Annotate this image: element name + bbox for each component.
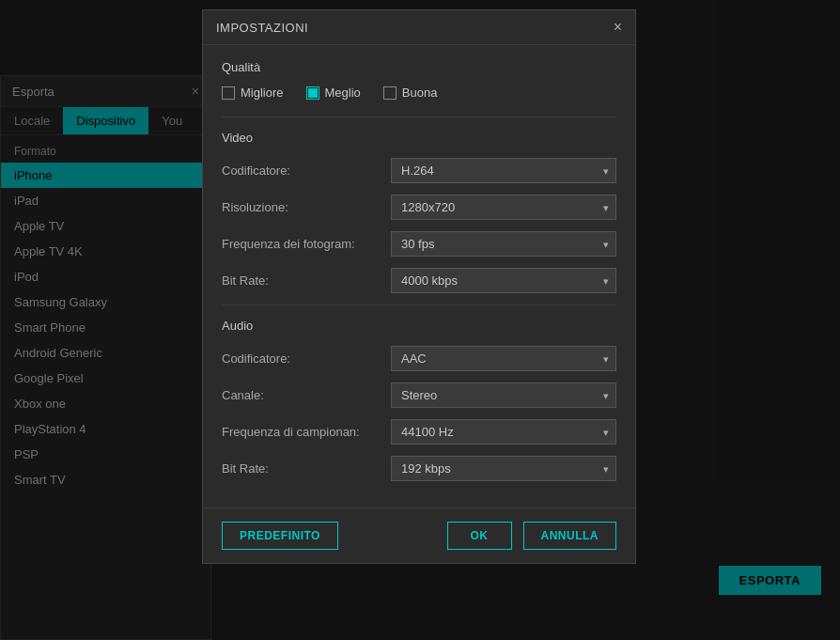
quality-migliore-label: Migliore bbox=[241, 86, 284, 100]
modal-titlebar: IMPOSTAZIONI × bbox=[203, 10, 635, 45]
footer-right: OK ANNULLA bbox=[447, 522, 617, 550]
video-fps-label: Frequenza dei fotogram: bbox=[222, 237, 391, 251]
quality-buona-checkbox[interactable] bbox=[383, 86, 397, 100]
video-fps-row: Frequenza dei fotogram: 30 fps 25 fps 60… bbox=[222, 231, 616, 257]
audio-freq-row: Frequenza di campionan: 44100 Hz 48000 H… bbox=[222, 419, 616, 445]
audio-bitrate-select-wrapper: 192 kbps 128 kbps 320 kbps bbox=[391, 456, 616, 481]
audio-codificatore-select[interactable]: AAC MP3 bbox=[391, 346, 616, 371]
modal-footer: PREDEFINITO OK ANNULLA bbox=[203, 507, 635, 563]
audio-canale-label: Canale: bbox=[222, 388, 391, 402]
audio-canale-select[interactable]: Stereo Mono bbox=[391, 382, 616, 408]
audio-freq-select[interactable]: 44100 Hz 48000 Hz 22050 Hz bbox=[391, 419, 616, 445]
video-risoluzione-select-wrapper: 1280x720 1920x1080 854x480 bbox=[391, 195, 616, 220]
predefinito-button[interactable]: PREDEFINITO bbox=[222, 522, 338, 550]
quality-buona-label: Buona bbox=[402, 86, 438, 100]
video-risoluzione-label: Risoluzione: bbox=[222, 200, 391, 214]
quality-meglio-label: Meglio bbox=[325, 86, 361, 100]
annulla-button[interactable]: ANNULLA bbox=[523, 522, 617, 550]
audio-codificatore-label: Codificatore: bbox=[222, 351, 391, 366]
video-codificatore-select[interactable]: H.264 H.265 MPEG-4 bbox=[391, 158, 616, 183]
video-codificatore-select-wrapper: H.264 H.265 MPEG-4 bbox=[391, 158, 616, 183]
video-risoluzione-row: Risoluzione: 1280x720 1920x1080 854x480 bbox=[222, 195, 616, 220]
quality-migliore[interactable]: Migliore bbox=[222, 86, 284, 100]
audio-codificatore-row: Codificatore: AAC MP3 bbox=[222, 346, 616, 371]
video-codificatore-row: Codificatore: H.264 H.265 MPEG-4 bbox=[222, 158, 616, 183]
quality-buona[interactable]: Buona bbox=[383, 86, 438, 100]
quality-migliore-checkbox[interactable] bbox=[222, 86, 235, 100]
video-risoluzione-select[interactable]: 1280x720 1920x1080 854x480 bbox=[391, 195, 616, 220]
ok-button[interactable]: OK bbox=[447, 522, 512, 550]
audio-freq-select-wrapper: 44100 Hz 48000 Hz 22050 Hz bbox=[391, 419, 616, 445]
video-section-title: Video bbox=[222, 131, 616, 145]
quality-meglio[interactable]: Meglio bbox=[306, 86, 361, 100]
modal-title: IMPOSTAZIONI bbox=[216, 21, 308, 35]
quality-section-title: Qualità bbox=[222, 60, 616, 74]
divider-video bbox=[222, 117, 616, 117]
audio-bitrate-row: Bit Rate: 192 kbps 128 kbps 320 kbps bbox=[222, 456, 616, 481]
audio-canale-row: Canale: Stereo Mono bbox=[222, 382, 616, 408]
modal-body: Qualità Migliore Meglio Buona Video Codi… bbox=[203, 45, 635, 507]
audio-canale-select-wrapper: Stereo Mono bbox=[391, 382, 616, 408]
video-fps-select-wrapper: 30 fps 25 fps 60 fps bbox=[391, 231, 616, 257]
audio-codificatore-select-wrapper: AAC MP3 bbox=[391, 346, 616, 371]
quality-meglio-checkbox[interactable] bbox=[306, 86, 319, 100]
video-codificatore-label: Codificatore: bbox=[222, 164, 391, 178]
quality-row: Migliore Meglio Buona bbox=[222, 86, 616, 100]
video-bitrate-row: Bit Rate: 4000 kbps 2000 kbps 8000 kbps bbox=[222, 268, 616, 293]
divider-audio bbox=[222, 304, 616, 305]
audio-section-title: Audio bbox=[222, 319, 616, 333]
video-fps-select[interactable]: 30 fps 25 fps 60 fps bbox=[391, 231, 616, 257]
settings-modal: IMPOSTAZIONI × Qualità Migliore Meglio B… bbox=[202, 9, 636, 564]
video-bitrate-label: Bit Rate: bbox=[222, 273, 391, 288]
audio-bitrate-label: Bit Rate: bbox=[222, 461, 391, 476]
video-bitrate-select-wrapper: 4000 kbps 2000 kbps 8000 kbps bbox=[391, 268, 616, 293]
modal-close-icon[interactable]: × bbox=[614, 20, 622, 35]
audio-bitrate-select[interactable]: 192 kbps 128 kbps 320 kbps bbox=[391, 456, 616, 481]
video-bitrate-select[interactable]: 4000 kbps 2000 kbps 8000 kbps bbox=[391, 268, 616, 293]
audio-freq-label: Frequenza di campionan: bbox=[222, 425, 391, 439]
